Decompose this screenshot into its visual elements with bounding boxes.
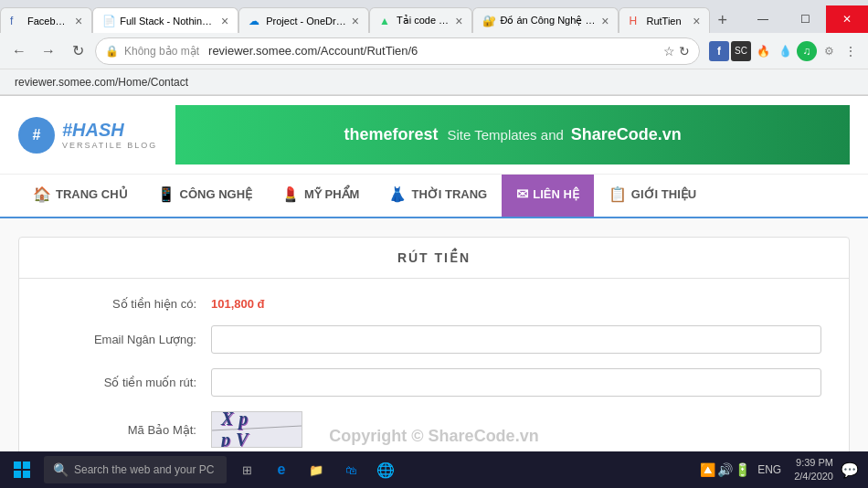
taskbar-systray: 🔼 🔊 🔋 ENG 9:39 PM 2/4/2020 💬 [700,453,864,486]
ext-icon-7[interactable]: ⋮ [841,41,861,61]
tab-title-fb: Facebook [27,16,70,27]
nav-trang-chu[interactable]: 🏠 TRANG CHỦ [18,175,143,217]
nav-thoi-trang[interactable]: 👗 THỜI TRANG [374,175,502,217]
taskbar-search[interactable]: 🔍 Search the web and your PC [44,456,227,483]
security-label: Không bảo mật [124,45,199,58]
address-text: reviewer.somee.com/Account/RutTien/6 [208,44,658,58]
nav-label-trang-chu: TRANG CHỦ [56,187,128,201]
tab-bar: f Facebook × 📄 Full Stack - Nothing is..… [0,0,868,33]
extension-icons: f SC 🔥 💧 ♫ ⚙ ⋮ [709,41,861,61]
nav-label-gioi-thieu: GIỚI THIỆU [631,187,696,201]
label-so-tien: Số tiền hiện có: [47,297,211,311]
taskbar-app-chrome[interactable]: 🌐 [369,453,402,486]
forward-button[interactable]: → [37,39,60,63]
nav-label-lien-he: LIÊN HỆ [533,187,579,201]
bookmark-reviewer[interactable]: reviewer.somee.com/Home/Contact [7,74,196,90]
tray-network: 🔼 [700,462,715,477]
nav-lien-he[interactable]: ✉ LIÊN HỆ [502,175,594,217]
windows-icon [13,461,31,479]
ext-icon-6[interactable]: ⚙ [819,41,839,61]
banner-themeforest: themeforest [344,125,438,144]
taskbar-app-explorer[interactable]: 📁 [300,453,333,486]
ext-icon-3[interactable]: 🔥 [753,41,773,61]
input-so-tien-rut[interactable] [211,368,821,397]
nav-cong-nghe[interactable]: 📱 CÔNG NGHỆ [143,175,268,217]
ext-icon-1[interactable]: f [709,41,729,61]
form-title: RÚT TIỀN [19,238,849,279]
tab-favicon-da: 🔐 [482,15,495,27]
ext-icon-4[interactable]: 💧 [775,41,795,61]
nav-icon-lien-he: ✉ [516,186,528,203]
taskbar-search-icon: 🔍 [53,462,69,477]
nav-bar: 🏠 TRANG CHỦ 📱 CÔNG NGHỆ 💄 MỸ PHẨM 👗 THỜI… [0,175,868,218]
taskbar-app-task-view[interactable]: ⊞ [230,453,263,486]
label-email: Email Ngân Lượng: [47,333,211,346]
tab-close-rt[interactable]: × [693,15,700,27]
nav-my-pham[interactable]: 💄 MỸ PHẨM [267,175,374,217]
label-so-tien-rut: Số tiền muốn rút: [47,376,211,389]
address-icons: ☆ ↻ [663,44,690,58]
back-button[interactable]: ← [7,39,31,63]
tab-onedrive[interactable]: ☁ Project - OneDrive × [238,7,369,33]
tab-doan[interactable]: 🔐 Đồ án Công Nghệ Phầ... × [472,7,619,33]
nav-icon-gioi-thieu: 📋 [609,186,627,203]
ext-icon-5[interactable]: ♫ [797,41,817,61]
star-icon[interactable]: ☆ [663,44,675,58]
nav-gioi-thieu[interactable]: 📋 GIỚI THIỆU [594,175,711,217]
banner-subtitle: Site Templates and [448,127,564,143]
window-controls: — ☐ ✕ [742,5,868,33]
logo-area: # #HASH VERSATILE BLOG [18,117,157,154]
bookmarks-bar: reviewer.somee.com/Home/Contact [0,69,868,95]
tab-close-da[interactable]: × [601,15,609,27]
nav-label-thoi-trang: THỜI TRANG [411,187,487,201]
lock-icon: 🔒 [105,45,119,58]
reload-address-icon[interactable]: ↻ [679,44,690,58]
ext-icon-2[interactable]: SC [731,41,751,61]
banner-sharecode: ShareCode.vn [571,125,682,144]
svg-rect-0 [14,461,21,469]
label-ma-bao-mat: Mã Bảo Mật: [47,423,211,437]
tab-favicon-tc: ▲ [379,15,392,27]
address-bar[interactable]: 🔒 Không bảo mật reviewer.somee.com/Accou… [95,37,700,65]
form-container: RÚT TIỀN Số tiền hiện có: 101,800 đ Emai… [18,237,850,488]
maximize-button[interactable]: ☐ [784,5,826,33]
tab-taicode[interactable]: ▲ Tải code lên × [369,7,473,33]
tab-fullstack[interactable]: 📄 Full Stack - Nothing is... × [92,7,238,33]
taskbar-app-store[interactable]: 🛍 [334,453,367,486]
taskbar-clock[interactable]: 9:39 PM 2/4/2020 [789,454,839,486]
tab-close-od[interactable]: × [352,15,359,27]
main-area: RÚT TIỀN Số tiền hiện có: 101,800 đ Emai… [0,218,868,488]
start-button[interactable] [4,453,40,486]
tab-close-fs[interactable]: × [221,15,228,27]
reload-button[interactable]: ↻ [66,39,90,63]
browser-chrome: f Facebook × 📄 Full Stack - Nothing is..… [0,0,868,96]
notification-button[interactable]: 💬 [842,453,857,486]
minimize-button[interactable]: — [742,5,784,33]
tab-facebook[interactable]: f Facebook × [0,7,92,33]
svg-rect-3 [23,471,30,478]
close-button[interactable]: ✕ [826,5,868,33]
site-header: # #HASH VERSATILE BLOG themeforest Site … [0,96,868,175]
taskbar-apps: ⊞ e 📁 🛍 🌐 [230,453,402,486]
captcha-text: Xp pV [221,411,292,448]
tab-title-tc: Tải code lên [397,15,450,27]
captcha-image: Xp pV [211,411,302,448]
tab-favicon-rt: H [629,15,641,27]
form-row-so-tien: Số tiền hiện có: 101,800 đ [47,297,821,311]
tab-close-tc[interactable]: × [455,15,462,27]
tab-title-rt: RutTien [646,16,688,27]
tab-title-fs: Full Stack - Nothing is... [120,16,217,27]
new-tab-button[interactable]: + [710,7,735,33]
tab-close-fb[interactable]: × [75,15,82,27]
taskbar-search-placeholder: Search the web and your PC [74,463,214,476]
tray-icons: 🔼 🔊 🔋 [700,462,750,477]
input-email[interactable] [211,325,821,354]
logo-circle: # [18,117,55,154]
tab-ruttien[interactable]: H RutTien × [619,7,710,33]
logo-subtitle: VERSATILE BLOG [62,141,157,150]
tray-language: ENG [757,463,781,476]
tray-battery: 🔋 [735,462,750,477]
svg-rect-1 [23,461,30,469]
tab-favicon-fs: 📄 [102,15,115,27]
taskbar-app-edge[interactable]: e [265,453,298,486]
